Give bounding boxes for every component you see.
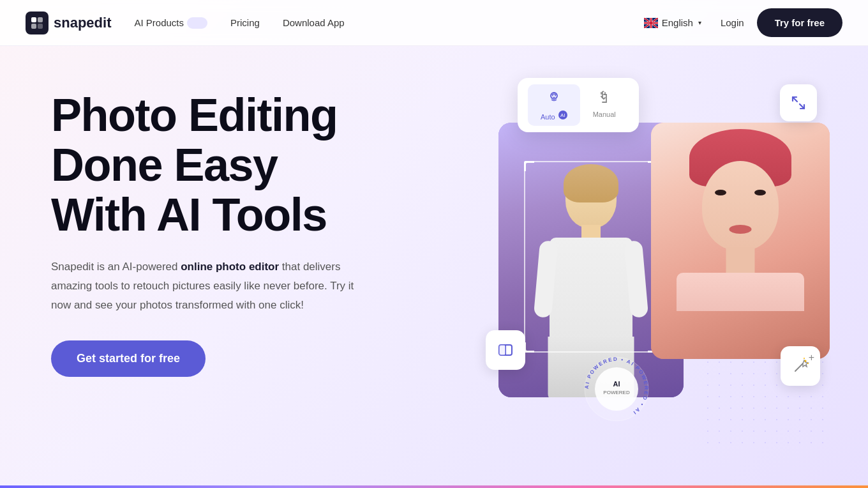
wand-icon [791, 357, 809, 375]
bottom-gradient-line [0, 485, 868, 488]
expand-icon [790, 95, 807, 111]
language-selector[interactable]: English ▾ [638, 13, 708, 32]
photo-secondary [651, 123, 830, 359]
hero-left: Photo Editing Done Easy With AI Tools Sn… [51, 72, 479, 377]
logo-text: snapedit [54, 15, 111, 31]
face-detection-box [524, 161, 658, 353]
svg-point-20 [595, 367, 638, 411]
mode-selector-card: Auto AI Manual [518, 78, 639, 132]
chevron-down-icon: ▾ [698, 19, 701, 26]
svg-rect-0 [31, 17, 36, 22]
svg-rect-2 [31, 24, 36, 29]
svg-rect-3 [38, 24, 43, 29]
corner-tl [524, 161, 534, 171]
layers-card[interactable] [486, 330, 525, 370]
auto-label: Auto AI [541, 111, 567, 121]
svg-point-14 [552, 95, 553, 96]
flag-icon [644, 18, 658, 28]
hero-right: Auto AI Manual [479, 72, 830, 488]
svg-point-26 [804, 358, 805, 359]
nav-right: English ▾ Login Try for free [638, 8, 842, 37]
corner-bl [524, 342, 534, 353]
manual-icon [597, 89, 612, 108]
auto-mode-button[interactable]: Auto AI [528, 84, 580, 126]
nav-link-ai-products[interactable]: AI Products [134, 17, 207, 29]
ai-powered-badge: AI POWERED • AI POWERED • AI AI POWERED [578, 351, 655, 427]
auto-icon [546, 89, 562, 108]
get-started-button[interactable]: Get started for free [51, 340, 206, 377]
svg-text:POWERED: POWERED [603, 390, 630, 395]
nav-link-download[interactable]: Download App [283, 17, 345, 28]
svg-point-15 [555, 95, 556, 96]
svg-text:AI: AI [613, 380, 620, 388]
logo-icon [26, 11, 49, 34]
logo[interactable]: snapedit [26, 11, 111, 34]
manual-label: Manual [593, 111, 616, 118]
manual-mode-button[interactable]: Manual [580, 84, 629, 126]
login-link[interactable]: Login [721, 17, 744, 28]
svg-rect-18 [499, 345, 505, 355]
nav-left: snapedit AI Products Pricing Download Ap… [26, 11, 345, 34]
try-free-button[interactable]: Try for free [757, 8, 842, 37]
svg-rect-1 [38, 17, 43, 22]
ai-badge: AI [558, 111, 567, 119]
nav-link-pricing[interactable]: Pricing [230, 17, 260, 28]
hero-subtitle: Snapedit is an AI-powered online photo e… [51, 257, 370, 314]
ai-products-badge [187, 17, 207, 29]
hero-title: Photo Editing Done Easy With AI Tools [51, 91, 479, 240]
hero-section: Photo Editing Done Easy With AI Tools Sn… [0, 46, 868, 488]
navbar: snapedit AI Products Pricing Download Ap… [0, 0, 868, 46]
svg-point-24 [805, 360, 807, 362]
expand-card[interactable] [780, 84, 817, 121]
language-label: English [662, 17, 693, 28]
wand-card[interactable]: + [781, 346, 820, 386]
layers-icon [497, 341, 514, 359]
